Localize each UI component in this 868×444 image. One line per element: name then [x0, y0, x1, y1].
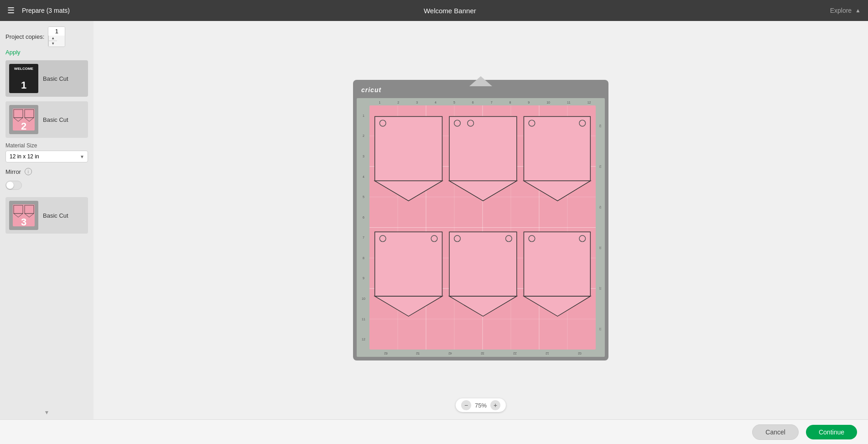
ruler-left-1: 1 — [363, 114, 364, 117]
ruler-right-4: 32 — [599, 246, 602, 250]
zoom-controls: − 75% + — [456, 398, 506, 412]
mirror-info-icon[interactable]: i — [25, 168, 32, 175]
main-layout: Project copies: ▲ ▼ Apply WELCOME 1 Basi… — [0, 21, 868, 419]
ruler-bottom-2: 52 — [416, 352, 420, 355]
ruler-bottom-3: 42 — [448, 352, 452, 355]
copies-arrows: ▲ ▼ — [48, 36, 65, 47]
mat-thumbnail-1: WELCOME 1 — [9, 64, 38, 93]
header-chevron-icon[interactable]: ▲ — [855, 7, 861, 14]
zoom-in-button[interactable]: + — [490, 400, 500, 410]
mat-cut-label-1: Basic Cut — [43, 75, 68, 82]
material-size-label: Material Size — [5, 142, 88, 149]
svg-rect-37 — [449, 232, 517, 296]
mat-number-1: 1 — [21, 79, 26, 91]
ruler-top-11: 11 — [567, 101, 571, 104]
ruler-left-10: 10 — [362, 297, 365, 300]
copies-up-button[interactable]: ▲ — [49, 36, 57, 41]
mat-cut-label-3: Basic Cut — [43, 212, 68, 219]
header: ☰ Prepare (3 mats) Welcome Banner Explor… — [0, 0, 868, 21]
svg-marker-38 — [449, 296, 517, 316]
ruler-right-2: 52 — [599, 165, 602, 168]
svg-rect-0 — [14, 110, 23, 118]
ruler-left-2: 2 — [363, 134, 364, 137]
ruler-top-2: 2 — [397, 101, 399, 104]
mat-thumbnail-3: 3 — [9, 201, 38, 230]
ruler-bottom-4: 32 — [481, 352, 484, 355]
ruler-left-8: 8 — [363, 256, 364, 260]
svg-marker-23 — [375, 181, 442, 201]
svg-rect-22 — [375, 116, 442, 181]
ruler-top-3: 3 — [416, 101, 418, 104]
footer: Cancel Continue — [0, 419, 868, 444]
ruler-right-6: 12 — [599, 328, 602, 331]
ruler-top-8: 8 — [509, 101, 511, 104]
banner-shapes — [369, 105, 596, 350]
zoom-level: 75% — [475, 402, 487, 409]
mirror-toggle-knob — [6, 182, 14, 189]
ruler-top-12: 12 — [587, 101, 591, 104]
cancel-button[interactable]: Cancel — [752, 424, 799, 440]
ruler-right-1: 62 — [599, 124, 602, 127]
pink-mat — [369, 105, 596, 350]
mat-number-2: 2 — [21, 120, 26, 132]
mat-canvas-wrapper: cricut 1 2 3 4 5 6 7 8 9 — [353, 80, 608, 360]
copies-input[interactable] — [48, 27, 65, 36]
ruler-left-6: 6 — [363, 216, 364, 219]
ruler-left: 1 2 3 4 5 6 7 8 9 10 11 12 — [359, 105, 369, 350]
mat-grid-area[interactable]: 1 2 3 4 5 6 7 8 9 10 11 12 — [357, 98, 605, 357]
material-select-wrapper: 12 in x 12 in 12 in x 24 in Custom ▼ — [5, 151, 88, 162]
material-size-section: Material Size 12 in x 12 in 12 in x 24 i… — [5, 142, 88, 168]
svg-rect-33 — [375, 232, 442, 296]
ruler-bottom-6: 12 — [546, 352, 549, 355]
ruler-left-3: 3 — [363, 155, 364, 158]
ruler-right: 62 52 42 32 22 12 — [597, 105, 604, 350]
mat-card-2[interactable]: 2 Basic Cut — [5, 101, 88, 138]
svg-marker-26 — [449, 181, 517, 201]
svg-rect-6 — [25, 205, 34, 214]
sidebar: Project copies: ▲ ▼ Apply WELCOME 1 Basi… — [0, 21, 94, 419]
mat-container: cricut 1 2 3 4 5 6 7 8 9 — [353, 80, 608, 360]
copies-spinner[interactable]: ▲ ▼ — [48, 26, 65, 47]
sidebar-scroll-down-icon[interactable]: ▼ — [44, 409, 50, 416]
project-copies-row: Project copies: ▲ ▼ — [5, 26, 88, 47]
content-area: cricut 1 2 3 4 5 6 7 8 9 — [94, 21, 868, 419]
mat-card-3[interactable]: 3 Basic Cut — [5, 197, 88, 234]
mirror-toggle[interactable] — [5, 181, 22, 190]
mat-thumbnail-text-1: WELCOME — [10, 66, 37, 72]
ruler-bottom: 62 52 42 32 22 12 02 — [369, 350, 596, 356]
cricut-logo: cricut — [361, 86, 381, 94]
ruler-bottom-7: 02 — [578, 352, 582, 355]
apply-button[interactable]: Apply — [5, 49, 88, 56]
mirror-label: Mirror — [5, 168, 21, 175]
zoom-out-button[interactable]: − — [461, 400, 471, 410]
mat-card-1[interactable]: WELCOME 1 Basic Cut — [5, 60, 88, 97]
mat-cut-label-2: Basic Cut — [43, 116, 68, 123]
ruler-top-10: 10 — [546, 101, 550, 104]
ruler-left-9: 9 — [363, 277, 364, 280]
copies-down-button[interactable]: ▼ — [49, 41, 57, 47]
svg-marker-30 — [524, 181, 590, 201]
explore-link[interactable]: Explore — [830, 7, 852, 14]
ruler-left-12: 12 — [362, 338, 365, 341]
ruler-left-7: 7 — [363, 236, 364, 239]
menu-icon[interactable]: ☰ — [7, 5, 15, 16]
continue-button[interactable]: Continue — [806, 425, 857, 439]
svg-rect-29 — [524, 116, 590, 181]
svg-marker-34 — [375, 296, 442, 316]
prepare-title: Prepare (3 mats) — [22, 7, 70, 14]
ruler-left-4: 4 — [363, 175, 364, 178]
ruler-top-9: 9 — [528, 101, 530, 104]
project-copies-label: Project copies: — [5, 33, 44, 40]
ruler-bottom-1: 62 — [384, 352, 388, 355]
ruler-top-1: 1 — [379, 101, 380, 104]
project-title: Welcome Banner — [70, 7, 830, 15]
ruler-top-5: 5 — [453, 101, 455, 104]
ruler-top-6: 6 — [472, 101, 474, 104]
svg-rect-4 — [14, 205, 23, 214]
material-size-select[interactable]: 12 in x 12 in 12 in x 24 in Custom — [5, 151, 88, 162]
svg-rect-41 — [524, 232, 590, 296]
ruler-bottom-5: 22 — [513, 352, 517, 355]
svg-rect-2 — [25, 110, 34, 118]
ruler-right-3: 42 — [599, 206, 602, 209]
ruler-top: 1 2 3 4 5 6 7 8 9 10 11 12 — [370, 99, 599, 105]
